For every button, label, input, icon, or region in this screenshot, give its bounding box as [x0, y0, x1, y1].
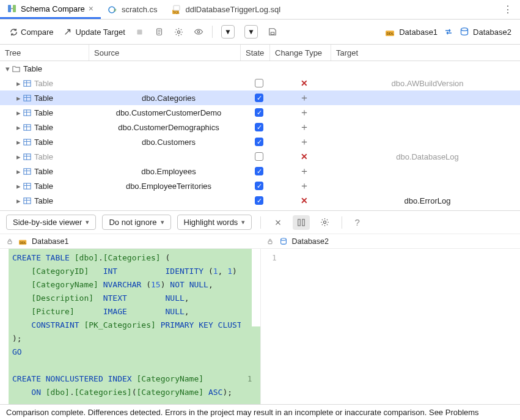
source-db-label: Database1 [399, 28, 438, 37]
row-source: dbo.EmployeeTerritories [93, 182, 244, 191]
target-database[interactable]: Database2 [456, 26, 515, 38]
arrow-up-right-icon [63, 27, 73, 37]
viewer-mode-select[interactable]: Side-by-side viewer ▾ [6, 215, 96, 230]
tab-overflow-button[interactable]: ⋮ [496, 4, 520, 15]
delete-icon: ✕ [301, 196, 308, 205]
plus-icon: ＋ [299, 122, 309, 132]
source-database[interactable]: DDL Database1 [382, 26, 441, 38]
settings-button[interactable] [170, 24, 188, 39]
update-target-label: Update Target [75, 28, 125, 37]
table-row[interactable]: Table✕dbo.ErrorLog [0, 193, 520, 208]
col-state[interactable]: State [241, 45, 270, 61]
filter-target-button[interactable]: ▼ [241, 23, 262, 41]
plus-icon: ＋ [299, 93, 309, 103]
swap-icon[interactable] [444, 27, 453, 37]
svg-rect-15 [23, 80, 30, 86]
collapse-icon [273, 218, 283, 227]
table-row[interactable]: Tabledbo.CustomerDemographics＋ [0, 120, 520, 134]
chevron-right-icon[interactable] [15, 152, 22, 161]
state-checkbox[interactable] [255, 167, 263, 175]
table-row[interactable]: Tabledbo.Customers＋ [0, 134, 520, 149]
svg-rect-23 [23, 197, 30, 203]
ignore-label: Do not ignore [109, 218, 156, 227]
chevron-right-icon[interactable] [15, 79, 22, 88]
svg-rect-28 [8, 241, 12, 244]
filter-source-button[interactable]: ▼ [218, 23, 238, 41]
chevron-down-icon: ▾ [241, 218, 245, 226]
svg-rect-25 [298, 219, 301, 226]
save-button[interactable] [264, 24, 281, 39]
status-text: Comparison complete. Differences detecte… [6, 408, 479, 417]
row-target: dbo.AWBuildVersion [335, 79, 520, 88]
right-code-panel[interactable]: 1 [260, 249, 521, 404]
help-button[interactable]: ? [351, 215, 363, 230]
svg-rect-6 [174, 6, 180, 10]
compare-label: Compare [21, 28, 53, 37]
delete-icon: ✕ [301, 79, 308, 87]
table-row[interactable]: Table✕dbo.AWBuildVersion [0, 76, 520, 90]
row-type: Table [34, 138, 53, 147]
table-row[interactable]: Tabledbo.EmployeeTerritories＋ [0, 179, 520, 193]
update-target-button[interactable]: Update Target [59, 24, 128, 39]
tab-label: ddlDatabaseTriggerLog.sql [185, 5, 280, 14]
table-icon [22, 78, 32, 88]
sync-scroll-button[interactable] [293, 215, 310, 230]
state-checkbox[interactable] [255, 108, 263, 117]
save-icon [268, 27, 277, 37]
svg-rect-21 [23, 168, 30, 174]
table-icon [22, 152, 32, 161]
chevron-right-icon[interactable] [15, 138, 22, 147]
svg-rect-22 [23, 183, 30, 188]
state-checkbox[interactable] [255, 79, 263, 87]
chevron-right-icon[interactable] [15, 94, 22, 103]
diff-toolbar: Side-by-side viewer ▾ Do not ignore ▾ Hi… [0, 210, 520, 234]
filter-icon: ▼ [221, 25, 235, 39]
chevron-right-icon[interactable] [15, 123, 22, 132]
state-checkbox[interactable] [255, 152, 263, 161]
status-bar: Comparison complete. Differences detecte… [0, 404, 520, 420]
highlight-select[interactable]: Highlight words ▾ [177, 215, 252, 230]
tree-root-row[interactable]: Table [0, 61, 520, 76]
svg-rect-11 [271, 32, 274, 35]
svg-rect-7 [137, 29, 142, 34]
table-row[interactable]: Table✕dbo.DatabaseLog [0, 149, 520, 164]
preview-button[interactable] [190, 24, 207, 39]
col-source[interactable]: Source [89, 45, 241, 61]
svg-rect-19 [23, 139, 30, 144]
table-row[interactable]: Tabledbo.Employees＋ [0, 164, 520, 179]
stop-button[interactable] [131, 24, 148, 39]
col-change[interactable]: Change Type [270, 45, 331, 61]
state-checkbox[interactable] [255, 123, 263, 131]
database-icon [279, 237, 288, 246]
col-tree[interactable]: Tree [0, 45, 89, 61]
tree-body[interactable]: Table Table✕dbo.AWBuildVersionTabledbo.C… [0, 61, 520, 210]
compare-button[interactable]: Compare [5, 24, 57, 39]
col-target[interactable]: Target [331, 45, 520, 61]
table-row[interactable]: Tabledbo.CustomerCustomerDemo＋ [0, 105, 520, 120]
chevron-right-icon[interactable] [15, 196, 22, 205]
state-checkbox[interactable] [255, 196, 263, 205]
svg-rect-17 [23, 109, 30, 115]
ignore-select[interactable]: Do not ignore ▾ [102, 215, 170, 230]
chevron-down-icon: ▾ [161, 218, 164, 226]
tab-schema-compare[interactable]: Schema Compare × [0, 0, 101, 19]
chevron-down-icon[interactable] [4, 64, 11, 73]
state-checkbox[interactable] [255, 138, 263, 146]
table-icon [22, 181, 32, 191]
chevron-right-icon[interactable] [15, 167, 22, 176]
script-button[interactable] [151, 24, 168, 39]
chevron-right-icon[interactable] [15, 182, 22, 191]
left-panel-label: Database1 [32, 237, 68, 246]
tab-ddl-sql[interactable]: SQL ddlDatabaseTriggerLog.sql [164, 0, 288, 19]
state-checkbox[interactable] [255, 182, 263, 190]
tab-label: scratch.cs [122, 5, 158, 14]
gear-icon [320, 218, 329, 227]
close-icon[interactable]: × [89, 4, 93, 13]
left-code-panel[interactable]: CREATE TABLE [dbo].[Categories] ( [Categ… [0, 249, 260, 404]
chevron-right-icon[interactable] [15, 108, 22, 117]
collapse-button[interactable] [269, 215, 287, 230]
diff-settings-button[interactable] [316, 215, 333, 230]
table-row[interactable]: Tabledbo.Categories＋ [0, 90, 520, 105]
state-checkbox[interactable] [255, 94, 263, 102]
tab-scratch-cs[interactable]: # scratch.cs [101, 0, 165, 19]
